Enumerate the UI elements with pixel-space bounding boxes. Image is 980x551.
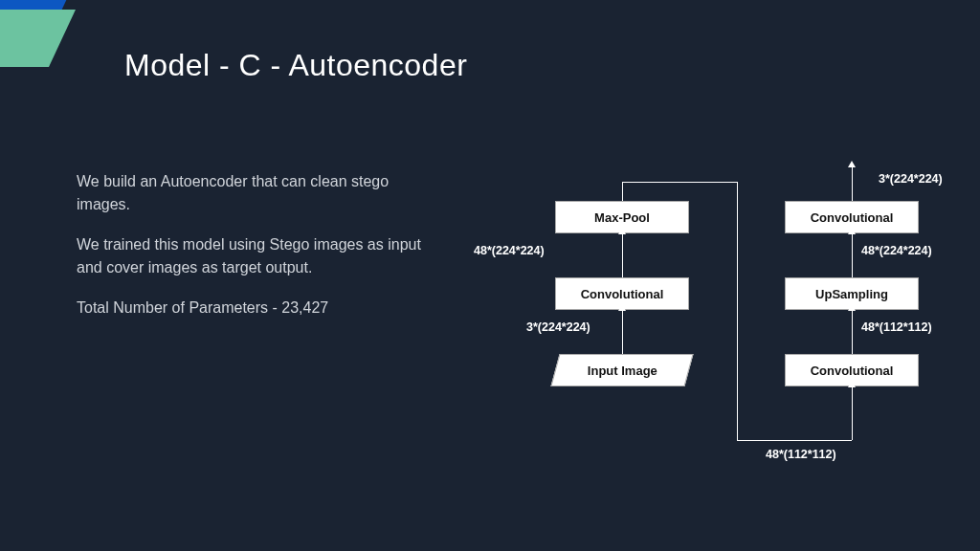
dim-right-1: 48*(112*112) [861,320,932,334]
arrow-conv-to-maxpool [622,233,623,277]
node-label: UpSampling [815,287,888,301]
node-label: Convolutional [811,364,894,378]
dim-u-label: 48*(112*112) [766,448,836,461]
u-connector-seg [737,440,852,441]
node-label: Input Image [588,364,657,378]
paragraph-2: We trained this model using Stego images… [77,233,440,279]
node-label: Convolutional [811,210,894,225]
corner-ribbon-green [0,10,76,67]
paragraph-3: Total Number of Parameters - 23,427 [77,297,440,320]
u-connector-seg [737,182,738,440]
arrow-upsamp-to-conv [852,233,853,277]
dim-left-0: 48*(224*224) [474,244,545,257]
node-label: Max-Pool [594,210,650,225]
dim-right-0: 48*(224*224) [861,244,932,257]
dim-right-top: 3*(224*224) [879,172,943,186]
body-text: We build an Autoencoder that can clean s… [77,170,440,337]
paragraph-1: We build an Autoencoder that can clean s… [77,170,440,216]
architecture-diagram: Max-Pool Convolutional Input Image 48*(2… [479,163,957,517]
arrow-conv2-to-upsamp [852,310,853,354]
node-label: Convolutional [581,287,664,301]
slide-title: Model - C - Autoencoder [124,48,467,83]
arrow-u-into-conv2 [852,386,853,440]
node-input-image: Input Image [550,354,693,386]
arrow-input-to-conv [622,310,623,354]
u-connector-seg [622,182,623,201]
arrow-conv-to-output [852,166,853,201]
u-connector-seg [622,182,737,183]
dim-left-1: 3*(224*224) [526,320,590,334]
